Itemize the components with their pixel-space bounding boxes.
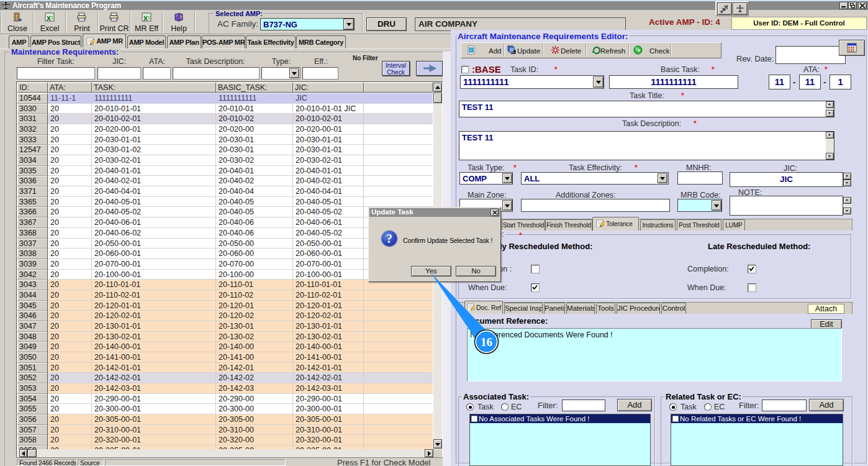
svg-text:16: 16: [481, 336, 492, 349]
svg-text:?: ?: [386, 232, 392, 245]
svg-text:?: ?: [179, 15, 182, 19]
